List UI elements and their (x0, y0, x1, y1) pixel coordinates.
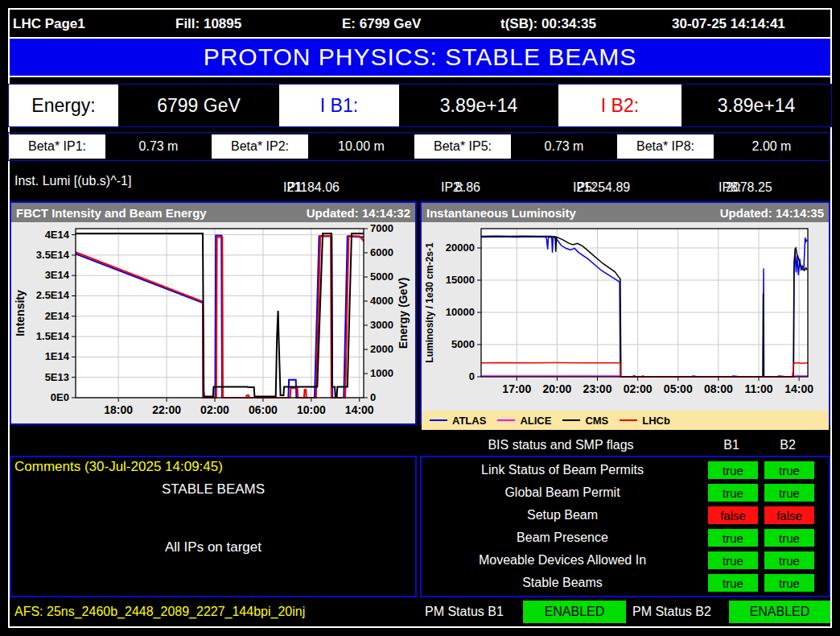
svg-text:1E14: 1E14 (45, 350, 70, 362)
lumi-ip2: IP2: 8.86 (441, 174, 455, 188)
beam-energy: E: 6799 GeV (342, 11, 421, 37)
svg-text:06:00: 06:00 (249, 403, 278, 416)
svg-text:22:00: 22:00 (152, 403, 181, 416)
beta-ip8-label: Beta* IP8: (617, 134, 714, 159)
table-row: Beam Presence true true (422, 527, 829, 548)
table-row: Link Status of Beam Permits true true (422, 460, 829, 481)
svg-text:15000: 15000 (446, 274, 475, 286)
svg-text:18:00: 18:00 (104, 403, 133, 416)
table-row: Setup Beam false false (422, 505, 829, 526)
svg-text:5000: 5000 (370, 271, 393, 283)
svg-text:1.5E14: 1.5E14 (36, 330, 70, 342)
fbct-chart-plot: 18:0022:0002:0006:0010:0014:000E05E131E1… (11, 222, 415, 427)
inst-lumi-title: Inst. Lumi [(ub.s)^-1] (14, 174, 131, 188)
svg-text:Intensity: Intensity (14, 290, 27, 337)
luminosity-chart-titlebar: Instantaneous Luminosity Updated: 14:14:… (422, 203, 829, 222)
pm-status-b2-label: PM Status B2 (632, 605, 711, 619)
beta-ip2-label: Beta* IP2: (212, 134, 308, 159)
svg-text:20:00: 20:00 (542, 382, 571, 395)
status-badge: true (708, 529, 758, 547)
intensity-b1-value: 3.89e+14 (399, 85, 558, 126)
svg-text:Energy (GeV): Energy (GeV) (397, 278, 410, 349)
status-badge: true (764, 551, 814, 569)
bis-row-label: Moveable Devices Allowed In (422, 553, 703, 568)
svg-text:05:00: 05:00 (664, 382, 693, 395)
pm-status-b1-badge: ENABLED (523, 601, 626, 623)
svg-text:11:00: 11:00 (744, 382, 772, 395)
bis-col-b1: B1 (706, 438, 756, 452)
lhcb-line-swatch (620, 419, 637, 421)
lumi-ip8: IP8: 2078.25 (719, 174, 726, 188)
energy-intensity-row: Energy: 6799 GeV I B1: 3.89e+14 I B2: 3.… (8, 84, 832, 127)
comments-title: Comments (30-Jul-2025 14:09:45) (14, 459, 223, 475)
svg-text:4000: 4000 (370, 295, 393, 307)
page-banner: PROTON PHYSICS: STABLE BEAMS (8, 37, 832, 77)
legend-alice: ALICE (497, 415, 551, 427)
status-badge: true (708, 574, 758, 592)
fbct-chart: FBCT Intensity and Beam Energy Updated: … (10, 201, 417, 425)
svg-text:3.5E14: 3.5E14 (36, 249, 70, 261)
bis-row-label: Stable Beams (422, 576, 703, 590)
datetime: 30-07-25 14:14:41 (672, 11, 785, 37)
status-badge: true (764, 574, 814, 592)
alice-line-swatch (497, 419, 515, 421)
beta-ip5-value: 0.73 m (511, 134, 617, 159)
fbct-chart-updated: Updated: 14:14:32 (307, 206, 410, 220)
svg-text:2.5E14: 2.5E14 (36, 289, 70, 301)
status-badge: true (764, 529, 814, 547)
bis-row-label: Beam Presence (422, 531, 703, 545)
svg-text:Luminosity / 1e30 cm-2s-1: Luminosity / 1e30 cm-2s-1 (424, 242, 435, 363)
energy-value: 6799 GeV (118, 85, 279, 126)
inst-lumi-row: Inst. Lumi [(ub.s)^-1] IP1: 21184.06 IP2… (0, 167, 840, 198)
app-title: LHC Page1 (13, 11, 85, 37)
status-badge: true (708, 484, 758, 502)
fill-number: Fill: 10895 (175, 11, 241, 37)
svg-text:20000: 20000 (446, 242, 475, 254)
atlas-line-swatch (430, 419, 447, 421)
svg-text:0E0: 0E0 (51, 391, 69, 403)
svg-text:02:00: 02:00 (200, 403, 229, 416)
beta-ip2-value: 10.00 m (308, 134, 414, 159)
svg-text:2000: 2000 (370, 343, 393, 355)
bis-smp-table: Link Status of Beam Permits true true Gl… (420, 456, 830, 597)
status-badge: false (708, 506, 758, 524)
bis-col-b2: B2 (763, 438, 813, 452)
svg-text:5E13: 5E13 (45, 371, 69, 383)
legend-lhcb: LHCb (620, 415, 670, 427)
bis-row-label: Global Beam Permit (422, 485, 703, 500)
svg-text:0: 0 (469, 370, 475, 382)
afs-scheme: AFS: 25ns_2460b_2448_2089_2227_144bpi_20… (14, 605, 305, 619)
banner-title: PROTON PHYSICS: STABLE BEAMS (204, 43, 637, 71)
time-in-stable-beams: t(SB): 00:34:35 (500, 11, 596, 37)
beta-ip5-label: Beta* IP5: (414, 134, 511, 159)
svg-text:14:00: 14:00 (784, 382, 813, 395)
intensity-b2-label: I B2: (558, 85, 681, 126)
svg-text:3000: 3000 (370, 319, 393, 331)
comments-box: Comments (30-Jul-2025 14:09:45) STABLE B… (10, 456, 417, 597)
beta-star-row: Beta* IP1: 0.73 m Beta* IP2: 10.00 m Bet… (8, 132, 830, 161)
fbct-chart-title: FBCT Intensity and Beam Energy (16, 206, 207, 220)
bis-title: BIS status and SMP flags (420, 438, 702, 452)
status-badge: true (708, 551, 758, 569)
svg-text:17:00: 17:00 (502, 382, 531, 395)
svg-text:2E14: 2E14 (45, 310, 70, 322)
pm-status-b1-label: PM Status B1 (425, 605, 504, 619)
legend-cms: CMS (562, 415, 608, 427)
status-badge: true (708, 461, 758, 479)
bis-header-row: BIS status and SMP flags B1 B2 (420, 435, 827, 456)
luminosity-chart-updated: Updated: 14:14:35 (720, 206, 824, 220)
svg-text:1000: 1000 (370, 367, 393, 379)
svg-text:10:00: 10:00 (297, 403, 326, 416)
cms-line-swatch (562, 419, 580, 421)
svg-text:3E14: 3E14 (45, 269, 70, 281)
energy-label: Energy: (9, 85, 118, 126)
status-badge: true (764, 461, 814, 479)
table-row: Moveable Devices Allowed In true true (422, 550, 829, 571)
lumi-ip5: IP5: 21254.89 (573, 174, 576, 188)
intensity-b1-label: I B1: (279, 85, 399, 126)
svg-text:4E14: 4E14 (45, 229, 70, 241)
svg-text:02:00: 02:00 (624, 382, 653, 395)
luminosity-chart: Instantaneous Luminosity Updated: 14:14:… (420, 201, 830, 425)
svg-text:5000: 5000 (451, 338, 475, 350)
bis-row-label: Link Status of Beam Permits (422, 463, 703, 477)
